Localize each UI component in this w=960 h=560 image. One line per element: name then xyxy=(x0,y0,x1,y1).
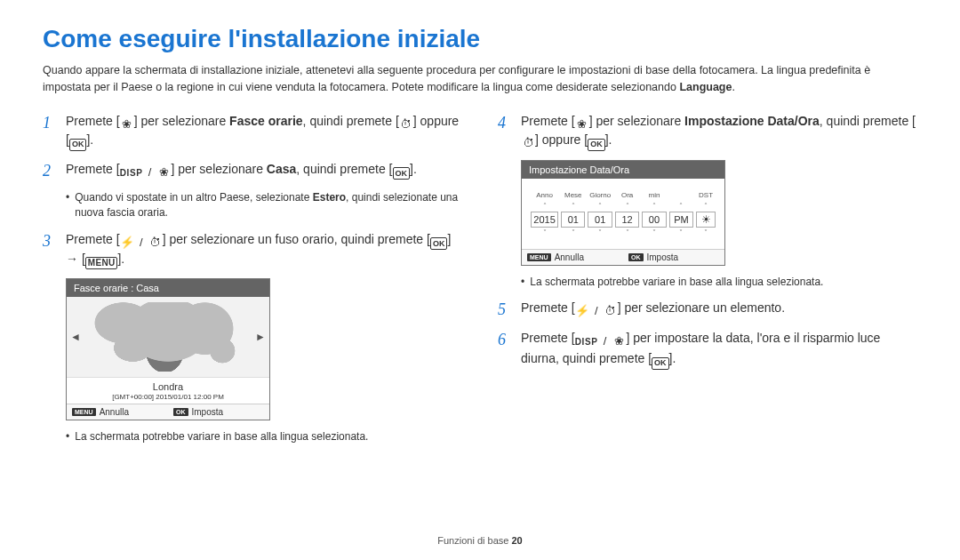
chevron-up-icon[interactable]: ˄ xyxy=(626,203,629,210)
set-button[interactable]: OKImposta xyxy=(168,404,269,420)
text: Premete [ xyxy=(521,331,575,345)
left-column: 1 Premete [❀] per selezionare Fasce orar… xyxy=(43,112,462,454)
note-text: La schermata potrebbe variare in base al… xyxy=(75,429,368,444)
macro-icon: ❀ xyxy=(612,334,626,348)
label-year: Anno xyxy=(531,191,558,199)
menu-icon: MENU xyxy=(85,257,118,269)
text: Quando vi spostate in un altro Paese, se… xyxy=(75,191,313,204)
text: Premete [ xyxy=(521,114,575,128)
step-2: 2 Premete [DISP/❀] per selezionare Casa,… xyxy=(43,160,462,181)
slash: / xyxy=(589,303,604,317)
text: Premete [ xyxy=(66,232,120,246)
year-value: 2015 xyxy=(531,212,558,228)
text: , quindi premete [ xyxy=(303,114,399,128)
text: ] per selezionare xyxy=(171,162,266,176)
ok-icon: OK xyxy=(588,139,605,151)
chevron-up-icon[interactable]: ˄ xyxy=(679,203,683,210)
macro-icon: ❀ xyxy=(575,116,589,131)
chevron-down-icon[interactable]: ˅ xyxy=(543,229,547,236)
prev-arrow-icon[interactable]: ◄ xyxy=(70,331,81,343)
ok-icon: OK xyxy=(652,357,669,370)
text: , quindi premete [ xyxy=(820,114,916,128)
timer-icon: ⏱ xyxy=(521,136,535,150)
ok-badge-icon: OK xyxy=(628,253,644,261)
timer-icon: ⏱ xyxy=(148,235,163,249)
bullet-icon: • xyxy=(521,275,524,290)
macro-icon: ❀ xyxy=(156,164,171,179)
intro-text: Quando appare la schermata di installazi… xyxy=(43,62,917,96)
cancel-button[interactable]: MENUAnnulla xyxy=(522,250,623,265)
text: ] per selezionare xyxy=(589,114,684,128)
step-4: 4 Premete [❀] per selezionare Impostazio… xyxy=(498,112,917,151)
next-arrow-icon[interactable]: ► xyxy=(255,331,266,343)
set-button[interactable]: OKImposta xyxy=(623,250,724,265)
chevron-down-icon[interactable]: ˅ xyxy=(704,229,708,236)
bold-text: Estero xyxy=(313,191,346,204)
set-label: Imposta xyxy=(192,407,224,417)
dst-sun-icon: ☀ xyxy=(696,212,716,228)
flash-icon: ⚡ xyxy=(120,235,134,249)
chevron-up-icon[interactable]: ˄ xyxy=(652,203,656,210)
cancel-label: Annulla xyxy=(555,252,584,262)
month-value: 01 xyxy=(561,212,585,228)
screen-note: • La schermata potrebbe variare in base … xyxy=(521,275,917,290)
timer-icon: ⏱ xyxy=(399,116,413,131)
label-dst: DST xyxy=(696,191,716,199)
chevron-down-icon[interactable]: ˅ xyxy=(652,229,656,236)
map-shape xyxy=(88,302,248,372)
ampm-spinner[interactable]: ˄PM˅ xyxy=(669,203,693,236)
slash: / xyxy=(134,235,148,249)
disp-icon: DISP xyxy=(575,335,598,349)
bold-text: Impostazione Data/Ora xyxy=(684,114,820,128)
step-number: 1 xyxy=(43,112,57,151)
slash: / xyxy=(597,334,612,348)
chevron-up-icon[interactable]: ˄ xyxy=(704,203,708,210)
bullet-icon: • xyxy=(66,429,69,444)
text: ]. xyxy=(605,132,612,147)
menu-badge-icon: MENU xyxy=(72,408,96,416)
chevron-down-icon[interactable]: ˅ xyxy=(572,229,575,236)
timer-icon: ⏱ xyxy=(604,303,618,317)
flash-icon: ⚡ xyxy=(575,303,589,317)
text: ] per selezionare un elemento. xyxy=(618,300,785,315)
cancel-button[interactable]: MENUAnnulla xyxy=(67,404,168,420)
bold-text: Fasce orarie xyxy=(229,114,303,128)
right-column: 4 Premete [❀] per selezionare Impostazio… xyxy=(498,112,917,454)
text: Premete [ xyxy=(521,300,575,315)
hour-spinner[interactable]: ˄12˅ xyxy=(615,203,639,236)
chevron-down-icon[interactable]: ˅ xyxy=(598,229,602,236)
map-footer: Londra [GMT+00:00] 2015/01/01 12:00 PM xyxy=(67,377,269,404)
note-text: La schermata potrebbe variare in base al… xyxy=(530,275,823,290)
day-spinner[interactable]: ˄01˅ xyxy=(588,203,612,236)
date-labels: Anno Mese Giorno Ora min DST xyxy=(531,191,716,199)
text: ]. xyxy=(86,132,93,147)
hour-value: 12 xyxy=(615,212,639,228)
month-spinner[interactable]: ˄01˅ xyxy=(561,203,585,236)
min-spinner[interactable]: ˄00˅ xyxy=(642,203,666,236)
datetime-screen: Impostazione Data/Ora Anno Mese Giorno O… xyxy=(521,160,725,266)
screen-header: Impostazione Data/Ora xyxy=(522,161,724,179)
step-number: 5 xyxy=(498,299,512,320)
page-title: Come eseguire l'installazione iniziale xyxy=(43,25,917,53)
ok-icon: OK xyxy=(393,167,411,180)
label-ampm xyxy=(669,191,693,199)
chevron-up-icon[interactable]: ˄ xyxy=(572,203,575,210)
label-day: Giorno xyxy=(588,191,612,199)
disp-icon: DISP xyxy=(120,166,143,180)
text: ] per selezionare xyxy=(134,114,229,128)
year-spinner[interactable]: ˄2015˅ xyxy=(531,203,558,236)
label-min: min xyxy=(642,191,666,199)
chevron-down-icon[interactable]: ˅ xyxy=(626,229,629,236)
step-5: 5 Premete [⚡/⏱] per selezionare un eleme… xyxy=(498,299,917,320)
dst-spinner[interactable]: ˄☀˅ xyxy=(696,203,716,236)
text: ]. xyxy=(669,351,676,365)
page-footer: Funzioni di base 20 xyxy=(0,535,960,546)
footer-page-number: 20 xyxy=(511,535,522,546)
chevron-down-icon[interactable]: ˅ xyxy=(679,229,683,236)
chevron-up-icon[interactable]: ˄ xyxy=(543,203,547,210)
step-2-note: • Quando vi spostate in un altro Paese, … xyxy=(66,190,462,221)
intro-body: Quando appare la schermata di installazi… xyxy=(43,64,870,93)
label-month: Mese xyxy=(561,191,585,199)
screen-note: • La schermata potrebbe variare in base … xyxy=(66,429,462,444)
chevron-up-icon[interactable]: ˄ xyxy=(598,203,602,210)
